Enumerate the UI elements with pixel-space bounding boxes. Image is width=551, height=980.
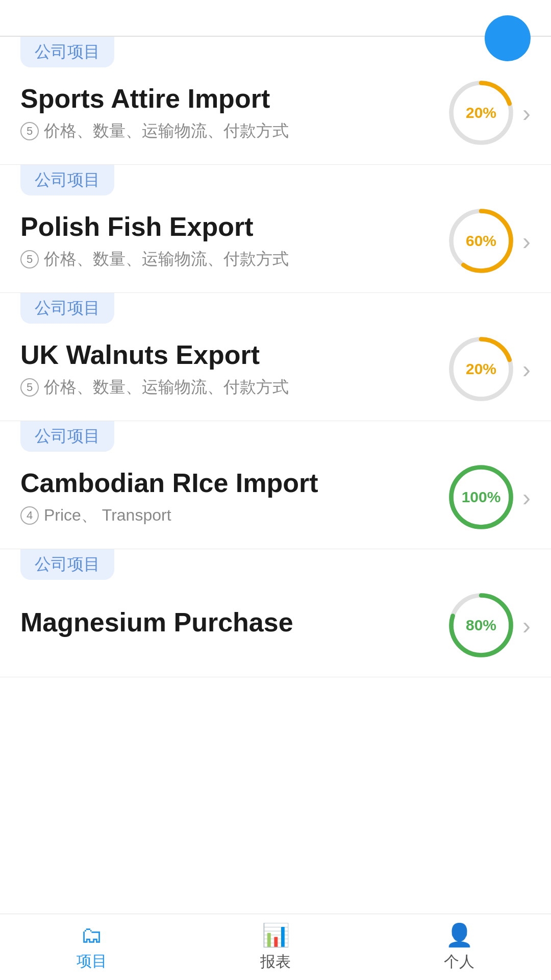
project-row: Cambodian RIce Import 4 Price、 Transport… <box>20 464 531 530</box>
tags-text: 价格、数量、运输物流、付款方式 <box>44 248 289 271</box>
project-row: Polish Fish Export 5 价格、数量、运输物流、付款方式 60% <box>20 208 531 274</box>
progress-circle: 80% <box>448 592 514 658</box>
project-name: UK Walnuts Export <box>20 339 448 370</box>
progress-circle: 100% <box>448 464 514 530</box>
category-badge: 公司项目 <box>20 549 114 580</box>
category-badge: 公司项目 <box>20 293 114 324</box>
project-info: Magnesium Purchase <box>20 607 448 644</box>
nav-item-profile[interactable]: 👤 个人 <box>367 922 551 972</box>
project-tags: 5 价格、数量、运输物流、付款方式 <box>20 376 448 399</box>
project-name: Polish Fish Export <box>20 211 448 242</box>
tag-icon: 5 <box>20 122 39 140</box>
chevron-right-icon: › <box>522 483 531 511</box>
project-name: Cambodian RIce Import <box>20 468 448 498</box>
header <box>0 0 551 36</box>
progress-label: 80% <box>466 617 496 634</box>
project-item-sports-attire[interactable]: 公司项目 Sports Attire Import 5 价格、数量、运输物流、付… <box>0 37 551 165</box>
project-list: 公司项目 Sports Attire Import 5 价格、数量、运输物流、付… <box>0 37 551 749</box>
progress-label: 20% <box>466 104 496 121</box>
project-row: UK Walnuts Export 5 价格、数量、运输物流、付款方式 20% <box>20 336 531 402</box>
project-row: Magnesium Purchase 80% › <box>20 592 531 658</box>
nav-item-reports[interactable]: 📊 报表 <box>184 922 367 972</box>
project-right: 20% › <box>448 80 531 146</box>
progress-circle: 20% <box>448 336 514 402</box>
category-badge: 公司项目 <box>20 421 114 452</box>
nav-label-projects: 项目 <box>77 951 107 972</box>
project-tags: 4 Price、 Transport <box>20 504 448 527</box>
progress-label: 20% <box>466 360 496 378</box>
project-row: Sports Attire Import 5 价格、数量、运输物流、付款方式 2… <box>20 80 531 146</box>
profile-icon: 👤 <box>445 922 473 948</box>
progress-label: 60% <box>466 232 496 250</box>
category-badge: 公司项目 <box>20 37 114 67</box>
project-info: Sports Attire Import 5 价格、数量、运输物流、付款方式 <box>20 83 448 142</box>
project-item-magnesium-purchase[interactable]: 公司项目 Magnesium Purchase 80% › <box>0 549 551 677</box>
project-name: Sports Attire Import <box>20 83 448 114</box>
bottom-nav: 🗂 项目 📊 报表 👤 个人 <box>0 914 551 980</box>
project-right: 100% › <box>448 464 531 530</box>
nav-label-profile: 个人 <box>444 951 474 972</box>
tags-text: 价格、数量、运输物流、付款方式 <box>44 120 289 142</box>
tags-text: Price、 Transport <box>44 504 171 527</box>
progress-circle: 60% <box>448 208 514 274</box>
project-item-polish-fish[interactable]: 公司项目 Polish Fish Export 5 价格、数量、运输物流、付款方… <box>0 165 551 293</box>
projects-icon: 🗂 <box>81 922 103 948</box>
add-button[interactable] <box>485 15 531 61</box>
chevron-right-icon: › <box>522 355 531 383</box>
tag-icon: 5 <box>20 250 39 268</box>
tags-text: 价格、数量、运输物流、付款方式 <box>44 376 289 399</box>
project-tags: 5 价格、数量、运输物流、付款方式 <box>20 248 448 271</box>
project-right: 20% › <box>448 336 531 402</box>
chevron-right-icon: › <box>522 99 531 127</box>
progress-label: 100% <box>462 488 501 506</box>
category-badge: 公司项目 <box>20 165 114 195</box>
tag-icon: 4 <box>20 506 39 525</box>
reports-icon: 📊 <box>262 922 290 948</box>
progress-circle: 20% <box>448 80 514 146</box>
project-info: Cambodian RIce Import 4 Price、 Transport <box>20 468 448 527</box>
project-name: Magnesium Purchase <box>20 607 448 638</box>
tag-icon: 5 <box>20 378 39 397</box>
nav-item-projects[interactable]: 🗂 项目 <box>0 922 184 972</box>
project-info: UK Walnuts Export 5 价格、数量、运输物流、付款方式 <box>20 339 448 399</box>
project-right: 80% › <box>448 592 531 658</box>
chevron-right-icon: › <box>522 611 531 640</box>
project-tags: 5 价格、数量、运输物流、付款方式 <box>20 120 448 142</box>
project-item-uk-walnuts[interactable]: 公司项目 UK Walnuts Export 5 价格、数量、运输物流、付款方式 <box>0 293 551 421</box>
chevron-right-icon: › <box>522 227 531 255</box>
project-item-cambodian-rice[interactable]: 公司项目 Cambodian RIce Import 4 Price、 Tran… <box>0 421 551 549</box>
project-right: 60% › <box>448 208 531 274</box>
nav-label-reports: 报表 <box>260 951 291 972</box>
project-info: Polish Fish Export 5 价格、数量、运输物流、付款方式 <box>20 211 448 271</box>
